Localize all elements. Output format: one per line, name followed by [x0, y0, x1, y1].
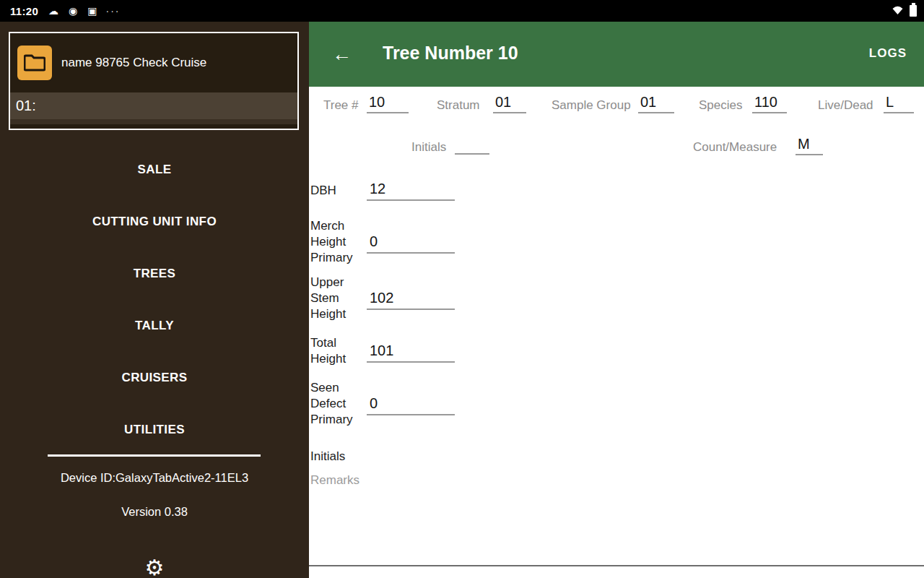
sidebar-item-tally[interactable]: TALLY [0, 319, 309, 333]
cloud-icon: ☁ [48, 0, 58, 22]
clock: 11:20 [10, 5, 38, 17]
sidebar-item-utilities[interactable]: UTILITIES [0, 423, 309, 437]
sample-group-label: Sample Group [552, 98, 631, 113]
app-version: Version 0.38 [0, 505, 309, 519]
folder-icon [17, 46, 52, 80]
app-bar: ← Tree Number 10 LOGS [309, 22, 924, 87]
initials-section-label: Initials [310, 449, 345, 464]
settings-button[interactable]: ⚙ [0, 556, 309, 578]
sidebar-divider [48, 454, 261, 457]
merch-height-primary-label: Merch Height Primary [310, 218, 368, 266]
initials-field[interactable] [455, 136, 489, 155]
sample-group-field[interactable]: 01 [638, 94, 674, 113]
count-measure-field[interactable]: M [796, 136, 823, 155]
count-measure-label: Count/Measure [693, 140, 777, 155]
seen-defect-primary-label: Seen Defect Primary [310, 380, 368, 428]
cutting-unit-selected: 01: [16, 98, 36, 114]
upper-stem-height-field[interactable]: 102 [367, 290, 455, 310]
stratum-field[interactable]: 01 [493, 94, 526, 113]
bottom-divider [309, 565, 924, 566]
disc-icon: ◉ [69, 0, 77, 22]
merch-height-primary-field[interactable]: 0 [367, 233, 455, 254]
gear-icon: ⚙ [145, 556, 165, 578]
tree-number-field[interactable]: 10 [367, 94, 409, 113]
sidebar-item-sale[interactable]: SALE [0, 163, 309, 177]
sidebar-item-trees[interactable]: TREES [0, 267, 309, 281]
sidebar-item-cruisers[interactable]: CRUISERS [0, 371, 309, 385]
gallery-icon: ▣ [87, 0, 97, 22]
stratum-label: Stratum [437, 98, 480, 113]
species-label: Species [699, 98, 742, 113]
sale-header: name 98765 Check Cruise [10, 33, 297, 92]
dbh-field[interactable]: 12 [367, 181, 455, 201]
back-arrow-icon[interactable]: ← [332, 42, 352, 66]
sidebar: name 98765 Check Cruise 01: SALE CUTTING… [0, 22, 309, 578]
upper-stem-height-label: Upper Stem Height [310, 275, 368, 322]
dbh-label: DBH [310, 183, 368, 199]
live-dead-field[interactable]: L [884, 94, 914, 113]
status-bar: 11:20 ☁ ◉ ▣ ··· [0, 0, 924, 22]
tree-number-label: Tree # [323, 98, 359, 113]
device-id: Device ID:GalaxyTabActive2-11EL3 [0, 471, 309, 485]
total-height-field[interactable]: 101 [367, 342, 455, 363]
sale-name: name 98765 Check Cruise [61, 56, 206, 70]
initials-label: Initials [411, 140, 446, 155]
species-field[interactable]: 110 [752, 94, 787, 113]
page-title: Tree Number 10 [383, 43, 518, 64]
battery-icon [910, 5, 917, 17]
more-notifications-icon: ··· [106, 5, 121, 17]
remarks-field[interactable]: Remarks [310, 473, 359, 488]
logs-button[interactable]: LOGS [869, 46, 907, 61]
sale-selector-box: name 98765 Check Cruise 01: [9, 32, 299, 130]
seen-defect-primary-field[interactable]: 0 [367, 395, 455, 415]
wifi-icon [892, 5, 904, 17]
cutting-unit-spinner[interactable]: 01: [10, 92, 297, 124]
live-dead-label: Live/Dead [818, 98, 873, 113]
main-content: ← Tree Number 10 LOGS Tree # 10 Stratum … [309, 22, 924, 578]
sidebar-item-cutting-unit-info[interactable]: CUTTING UNIT INFO [0, 215, 309, 229]
total-height-label: Total Height [310, 335, 368, 367]
